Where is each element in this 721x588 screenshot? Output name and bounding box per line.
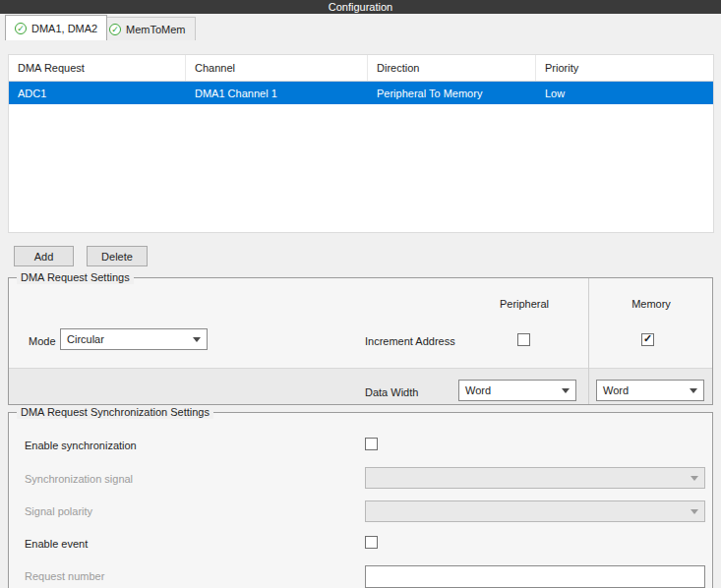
enable-synchronization-checkbox[interactable] [365,438,378,450]
memory-column-header: Memory [592,298,710,310]
group-title: DMA Request Synchronization Settings [17,405,213,419]
data-width-peripheral-select[interactable]: Word [458,380,576,401]
enable-synchronization-label: Enable synchronization [25,440,137,451]
chevron-down-icon [691,476,698,481]
column-header-direction: Direction [368,55,536,81]
column-header-priority: Priority [536,55,713,81]
ok-check-icon: ✓ [109,24,121,35]
increment-address-memory-checkbox[interactable] [641,333,654,346]
request-number-label: Request number [25,570,104,582]
enable-event-label: Enable event [25,538,88,550]
tab-memtomem[interactable]: ✓ MemToMem [99,17,196,40]
cell-channel: DMA1 Channel 1 [186,82,368,104]
column-header-channel: Channel [186,55,368,81]
data-width-label: Data Width [365,386,418,398]
data-width-memory-value: Word [603,384,629,396]
tab-dma1-dma2[interactable]: ✓ DMA1, DMA2 [5,15,107,40]
chevron-down-icon [690,388,697,393]
mode-select[interactable]: Circular [60,328,208,350]
signal-polarity-select [365,500,705,522]
mode-label: Mode [29,335,56,347]
chevron-down-icon [562,388,570,393]
cell-priority: Low [536,82,713,104]
dma-request-sync-settings-group: DMA Request Synchronization Settings Ena… [8,412,713,588]
cell-direction: Peripheral To Memory [368,82,536,104]
increment-address-label: Increment Address [365,335,455,347]
window-title: Configuration [0,0,721,14]
synchronization-signal-label: Synchronization signal [25,473,133,485]
table-row[interactable]: ADC1 DMA1 Channel 1 Peripheral To Memory… [9,82,713,104]
column-header-dma-request: DMA Request [9,55,186,81]
chevron-down-icon [193,337,201,342]
dma-request-settings-group: DMA Request Settings Peripheral Memory M… [8,277,713,405]
increment-address-peripheral-checkbox [517,333,530,346]
dma-request-table: DMA Request Channel Direction Priority A… [8,54,714,233]
synchronization-signal-select [365,467,705,489]
request-number-input [365,565,705,588]
data-width-peripheral-value: Word [465,384,491,396]
enable-event-checkbox[interactable] [365,536,378,549]
configuration-panel: Configuration ✓ DMA1, DMA2 ✓ MemToMem DM… [0,0,721,588]
peripheral-column-header: Peripheral [465,298,583,310]
add-button[interactable]: Add [14,246,74,266]
mode-select-value: Circular [67,333,104,345]
cell-dma-request: ADC1 [9,82,186,104]
table-header-row: DMA Request Channel Direction Priority [9,55,713,82]
column-divider [588,278,589,404]
tab-label: DMA1, DMA2 [31,23,97,34]
tab-label: MemToMem [126,24,186,35]
chevron-down-icon [691,509,698,514]
group-title: DMA Request Settings [17,270,134,284]
data-width-memory-select[interactable]: Word [596,380,704,401]
delete-button[interactable]: Delete [87,246,148,266]
signal-polarity-label: Signal polarity [25,505,92,517]
ok-check-icon: ✓ [15,23,27,34]
